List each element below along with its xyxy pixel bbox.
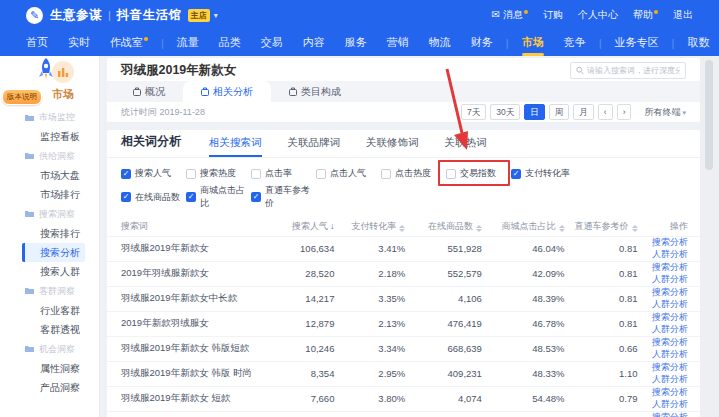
metric-checkbox-item[interactable]: ✓商城点击占比 (186, 184, 251, 210)
sidebar-item[interactable]: 产品洞察 (0, 378, 99, 397)
checkbox-icon[interactable]: ✓ (186, 192, 196, 202)
scrollbar-thumb[interactable] (705, 60, 713, 170)
search-analysis-link[interactable]: 搜索分析 (652, 312, 688, 324)
crowd-analysis-link[interactable]: 人群分析 (652, 399, 688, 411)
checkbox-icon[interactable]: ✓ (251, 192, 261, 202)
nav-item[interactable]: 取数 (677, 30, 719, 56)
sidebar-item[interactable]: 市场大盘 (0, 166, 99, 185)
granularity-button[interactable]: 周 (549, 104, 570, 120)
column-header[interactable]: 操作 (648, 218, 701, 236)
granularity-button[interactable]: 日 (524, 104, 545, 120)
content-tab[interactable]: 类目构成 (271, 81, 359, 102)
nav-item[interactable]: 业务专区 (605, 30, 669, 56)
prev-button[interactable]: ‹ (598, 104, 613, 120)
chevron-down-icon[interactable]: ▾ (214, 11, 218, 20)
account-item[interactable]: 订购 (543, 8, 563, 22)
metric-checkbox-item[interactable]: ✓支付转化率 (511, 167, 576, 180)
checkbox-icon[interactable] (381, 169, 391, 179)
checkbox-icon[interactable] (316, 169, 326, 179)
checkbox-icon[interactable]: ✓ (121, 169, 131, 179)
nav-item[interactable]: 首页 (16, 30, 58, 56)
range-button[interactable]: 30天 (490, 104, 520, 120)
metric-checkbox-item[interactable]: 点击热度 (381, 167, 446, 180)
column-header[interactable]: 商城点击占比 (492, 218, 575, 236)
sidebar-item[interactable]: 客群透视 (0, 320, 99, 339)
search-analysis-link[interactable]: 搜索分析 (652, 362, 688, 374)
column-header[interactable]: 直通车参考价 (575, 218, 648, 236)
nav-item[interactable]: 品类 (209, 30, 251, 56)
sidebar-item[interactable]: 搜索排行 (0, 224, 99, 243)
sidebar-item[interactable]: 监控看板 (0, 127, 99, 146)
search-analysis-link[interactable]: 搜索分析 (652, 337, 688, 349)
crowd-analysis-link[interactable]: 人群分析 (652, 349, 688, 361)
search-analysis-link[interactable]: 搜索分析 (652, 287, 688, 299)
checkbox-icon[interactable]: ✓ (511, 169, 521, 179)
scrollbar-track[interactable] (700, 56, 719, 417)
nav-item[interactable]: 营销 (377, 30, 419, 56)
related-words-tab[interactable]: 关联品牌词 (288, 136, 341, 157)
search-analysis-link[interactable]: 搜索分析 (652, 412, 688, 417)
sidebar-group[interactable]: 市场监控 (0, 108, 99, 127)
search-analysis-link[interactable]: 搜索分析 (652, 387, 688, 399)
keyword-search-box[interactable] (570, 62, 686, 79)
sidebar-group[interactable]: 搜索洞察 (0, 204, 99, 223)
nav-item[interactable]: 服务 (335, 30, 377, 56)
cell-keyword: 羽绒服2019年新款女 韩版短款 (107, 336, 268, 361)
sidebar-group[interactable]: 机会洞察 (0, 340, 99, 359)
checkbox-icon[interactable] (251, 169, 261, 179)
sidebar-group-label: 搜索洞察 (39, 208, 75, 221)
related-words-tab[interactable]: 关联热词 (445, 136, 487, 157)
sidebar-item[interactable]: 行业客群 (0, 301, 99, 320)
nav-item[interactable]: 内容 (293, 30, 335, 56)
nav-item[interactable]: 竞争 (554, 30, 596, 56)
column-header[interactable]: 搜索词 (107, 218, 268, 236)
metric-checkbox-item[interactable]: 点击人气 (316, 167, 381, 180)
search-analysis-link[interactable]: 搜索分析 (652, 262, 688, 274)
version-badge[interactable]: 版本说明 (2, 89, 42, 105)
content-tab[interactable]: 概况 (115, 81, 183, 102)
range-button[interactable]: 7天 (461, 104, 486, 120)
sidebar-item[interactable]: 市场排行 (0, 185, 99, 204)
account-item[interactable]: 退出 (673, 8, 693, 22)
sidebar-item[interactable]: 属性洞察 (0, 359, 99, 378)
checkbox-icon[interactable] (186, 169, 196, 179)
checkbox-icon[interactable]: ✓ (121, 192, 131, 202)
sidebar-group[interactable]: 供给洞察 (0, 147, 99, 166)
crowd-analysis-link[interactable]: 人群分析 (652, 374, 688, 386)
related-words-tab[interactable]: 相关搜索词 (209, 136, 262, 157)
granularity-button[interactable]: 月 (573, 104, 594, 120)
crowd-analysis-link[interactable]: 人群分析 (652, 299, 688, 311)
metric-checkbox-item[interactable]: ✓搜索人气 (121, 167, 186, 180)
metric-checkbox-item[interactable]: 搜索热度 (186, 167, 251, 180)
account-item[interactable]: 帮助 (633, 8, 658, 22)
column-header[interactable]: 支付转化率 (344, 218, 415, 236)
content-tab[interactable]: 相关分析 (183, 81, 271, 102)
next-button[interactable]: › (617, 104, 632, 120)
column-header[interactable]: 在线商品数 (415, 218, 492, 236)
metric-checkbox-item[interactable]: ✓直通车参考价 (251, 184, 316, 210)
metric-checkbox-item[interactable]: 点击率 (251, 167, 316, 180)
terminal-select[interactable]: 所有终端▾ (644, 106, 686, 119)
column-header[interactable]: 搜索人气↓ (268, 218, 344, 236)
search-input[interactable] (587, 66, 680, 75)
nav-item[interactable]: 实时 (58, 30, 100, 56)
account-item[interactable]: 个人中心 (578, 8, 618, 22)
store-name[interactable]: 抖音生活馆 (117, 7, 182, 24)
nav-item[interactable]: 财务 (461, 30, 503, 56)
nav-item[interactable]: 交易 (251, 30, 293, 56)
nav-item[interactable]: 物流 (419, 30, 461, 56)
crowd-analysis-link[interactable]: 人群分析 (652, 274, 688, 286)
nav-item[interactable]: 市场 (512, 30, 554, 56)
crowd-analysis-link[interactable]: 人群分析 (652, 324, 688, 336)
crowd-analysis-link[interactable]: 人群分析 (652, 249, 688, 261)
search-analysis-link[interactable]: 搜索分析 (652, 237, 688, 249)
sidebar-item[interactable]: 搜索人群 (0, 262, 99, 281)
nav-item[interactable]: 作战室 (100, 30, 158, 56)
account-item[interactable]: ✉消息 (492, 8, 528, 22)
sidebar-item[interactable]: 搜索分析 (22, 243, 85, 262)
sidebar-group[interactable]: 客群洞察 (0, 282, 99, 301)
metric-checkbox-item[interactable]: ✓在线商品数 (121, 184, 186, 210)
related-words-tab[interactable]: 关联修饰词 (366, 136, 419, 157)
metric-checkbox-item[interactable]: 交易指数 (446, 167, 511, 180)
nav-item[interactable]: 流量 (167, 30, 209, 56)
